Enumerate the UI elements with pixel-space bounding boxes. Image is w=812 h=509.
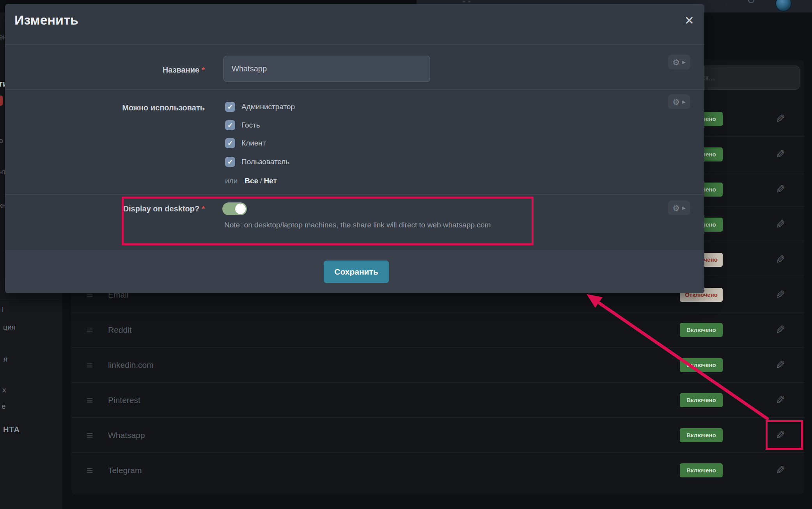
sidebar-section-header: НТА (3, 425, 20, 434)
role-option: ✓ Пользователь (225, 157, 289, 167)
gear-icon: ⚙ (672, 204, 680, 212)
check-icon: ✓ (227, 140, 233, 147)
row-name: linkedin.com (108, 360, 154, 370)
display-field-label: Display on desktop?* (5, 204, 205, 214)
role-checkbox[interactable]: ✓ (225, 138, 235, 148)
status-badge: Включено (680, 323, 723, 337)
status-badge: Включено (680, 463, 723, 477)
display-label-text: Display on desktop? (123, 204, 200, 213)
topbar-dot-icon (463, 1, 465, 2)
modal-title: Изменить (14, 12, 78, 28)
caret-right-icon: ▶ (682, 206, 685, 210)
gear-icon: ⚙ (672, 98, 680, 106)
roles-label-text: Можно использовать (122, 103, 205, 112)
check-icon: ✓ (227, 104, 233, 110)
display-note: Note: on desktop/laptop machines, the sh… (224, 221, 491, 229)
caret-right-icon: ▶ (682, 100, 685, 104)
name-field-label: Название* (5, 65, 205, 75)
close-icon[interactable]: ✕ (684, 15, 694, 27)
drag-handle-icon[interactable]: ≡ (87, 465, 93, 476)
drag-handle-icon[interactable]: ≡ (87, 395, 93, 406)
edit-pencil-icon[interactable]: ✎ (775, 289, 785, 301)
check-icon: ✓ (227, 159, 233, 165)
sidebar-item-fragment[interactable]: я (4, 355, 7, 364)
field-settings-button[interactable]: ⚙ ▶ (668, 200, 690, 215)
status-badge: Включено (680, 358, 723, 372)
edit-pencil-icon[interactable]: ✎ (775, 394, 785, 406)
row-name: Telegram (108, 466, 142, 475)
display-toggle[interactable] (222, 202, 247, 215)
row-name: Pinterest (108, 395, 140, 405)
check-icon: ✓ (227, 122, 233, 129)
or-label: или (225, 177, 238, 185)
table-row-linkedin: ≡ linkedin.com Включено ✎ (71, 347, 804, 382)
role-checkbox[interactable]: ✓ (225, 120, 235, 130)
edit-pencil-icon[interactable]: ✎ (775, 465, 785, 476)
save-button[interactable]: Сохранить (324, 261, 389, 283)
required-asterisk: * (202, 204, 205, 213)
links-group: Все / Нет (245, 177, 277, 185)
caret-right-icon: ▶ (682, 60, 685, 64)
field-settings-button[interactable]: ⚙ ▶ (668, 94, 690, 109)
table-row-reddit: ≡ Reddit Включено ✎ (71, 312, 804, 347)
name-label-text: Название (163, 66, 199, 74)
status-badge: Включено (680, 428, 723, 442)
select-all-none-row: или Все / Нет (225, 176, 277, 186)
roles-field-label: Можно использовать (5, 103, 205, 113)
role-option: ✓ Администратор (225, 102, 295, 112)
role-option: ✓ Гость (225, 120, 260, 130)
modal-divider (5, 44, 704, 45)
edit-pencil-icon[interactable]: ✎ (775, 219, 785, 231)
name-input[interactable] (223, 56, 430, 82)
modal-footer: Сохранить (5, 250, 704, 293)
required-asterisk: * (202, 66, 205, 74)
drag-handle-icon[interactable]: ≡ (87, 360, 93, 371)
row-name: Reddit (108, 325, 132, 335)
sidebar-item-fragment[interactable]: х (2, 386, 6, 394)
modal-divider (5, 89, 704, 90)
role-label: Гость (241, 121, 260, 129)
table-row-pinterest: ≡ Pinterest Включено ✎ (71, 382, 804, 417)
edit-pencil-icon[interactable]: ✎ (775, 113, 785, 125)
table-row-whatsapp: ≡ Whatsapp Включено ✎ (71, 417, 804, 452)
table-row-telegram: ≡ Telegram Включено ✎ (71, 452, 804, 488)
role-label: Администратор (241, 103, 295, 111)
edit-pencil-icon[interactable]: ✎ (775, 254, 785, 266)
field-settings-button[interactable]: ⚙ ▶ (668, 55, 690, 69)
edit-pencil-icon[interactable]: ✎ (775, 429, 785, 441)
edit-modal: Изменить ✕ Название* ⚙ ▶ Можно использов… (5, 4, 704, 293)
status-badge: Включено (680, 393, 723, 407)
role-checkbox[interactable]: ✓ (225, 157, 235, 167)
select-all-link[interactable]: Все (245, 177, 258, 185)
sidebar-item-fragment[interactable]: ция (3, 323, 16, 332)
role-option: ✓ Клиент (225, 138, 266, 148)
edit-pencil-icon[interactable]: ✎ (775, 149, 785, 160)
row-name: Whatsapp (108, 431, 145, 440)
screenshot-stage: ен ти о нт кн l ция я х е НТА ≡ Включено… (0, 0, 812, 509)
edit-pencil-icon[interactable]: ✎ (775, 359, 785, 371)
sidebar-item-fragment[interactable]: е (2, 402, 6, 411)
edit-pencil-icon[interactable]: ✎ (775, 184, 785, 195)
gear-icon: ⚙ (672, 58, 680, 66)
edit-pencil-icon[interactable]: ✎ (775, 324, 785, 336)
toggle-knob (235, 204, 246, 214)
drag-handle-icon[interactable]: ≡ (87, 325, 93, 335)
role-checkbox[interactable]: ✓ (225, 102, 235, 112)
role-label: Пользователь (241, 158, 289, 166)
select-none-link[interactable]: Нет (264, 177, 277, 185)
slash-separator: / (260, 177, 262, 185)
sidebar-divider (0, 300, 60, 300)
topbar-dot-icon (468, 1, 471, 2)
role-label: Клиент (241, 139, 266, 147)
sidebar-item-fragment[interactable]: о (0, 137, 3, 145)
notification-badge (0, 96, 3, 106)
modal-divider (5, 194, 704, 195)
sidebar-item-fragment[interactable]: l (2, 305, 4, 314)
drag-handle-icon[interactable]: ≡ (87, 430, 93, 441)
